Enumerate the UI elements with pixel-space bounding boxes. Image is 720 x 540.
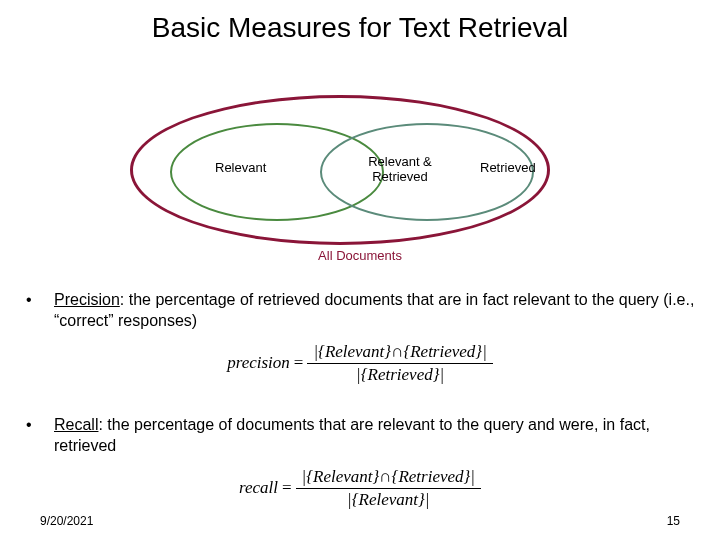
precision-formula: precision = |{Relevant}∩{Retrieved}| |{R… [20,342,700,385]
label-relevant: Relevant [215,161,266,176]
precision-text: Precision: the percentage of retrieved d… [54,290,700,332]
precision-denominator: |{Retrieved}| [350,365,450,385]
precision-term: Precision [54,291,120,308]
slide-title: Basic Measures for Text Retrieval [0,12,720,44]
footer-page-number: 15 [667,514,680,528]
recall-desc: : the percentage of documents that are r… [54,416,650,454]
precision-block: • Precision: the percentage of retrieved… [20,290,700,385]
bullet-icon: • [20,415,54,436]
precision-lhs: precision [227,353,294,373]
recall-formula: recall = |{Relevant}∩{Retrieved}| |{Rele… [20,467,700,510]
footer-date: 9/20/2021 [40,514,93,528]
recall-denominator: |{Relevant}| [341,490,435,510]
label-relevant-and-retrieved: Relevant & Retrieved [365,155,435,185]
recall-text: Recall: the percentage of documents that… [54,415,700,457]
precision-desc: : the percentage of retrieved documents … [54,291,694,329]
label-all-documents: All Documents [0,248,720,263]
recall-lhs: recall [239,478,282,498]
label-retrieved: Retrieved [480,161,536,176]
venn-diagram: Relevant Relevant & Retrieved Retrieved [130,95,550,245]
recall-term: Recall [54,416,98,433]
bullet-icon: • [20,290,54,311]
precision-numerator: |{Relevant}∩{Retrieved}| [307,342,492,362]
recall-numerator: |{Relevant}∩{Retrieved}| [296,467,481,487]
recall-block: • Recall: the percentage of documents th… [20,415,700,510]
